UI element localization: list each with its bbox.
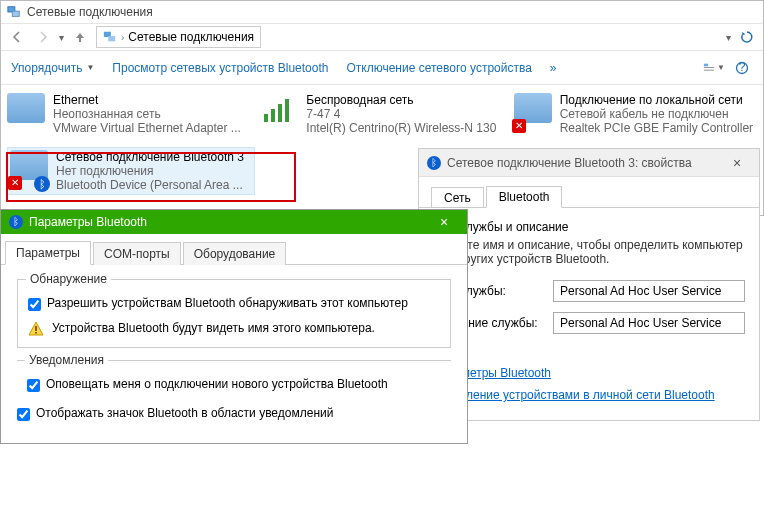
close-button[interactable]: ×: [429, 214, 459, 230]
checkbox-input[interactable]: [28, 298, 41, 311]
allow-discovery-checkbox[interactable]: Разрешить устройствам Bluetooth обнаружи…: [28, 296, 440, 311]
tab-bar: Параметры COM-порты Оборудование: [1, 234, 467, 265]
lan-icon: ✕: [514, 93, 552, 131]
connection-status: Нет подключения: [56, 164, 244, 178]
connection-title: Сетевое подключение Bluetooth 3: [56, 150, 244, 164]
warning-icon: [28, 321, 44, 337]
view-options-button[interactable]: ▼: [703, 57, 725, 79]
connection-adapter: Bluetooth Device (Personal Area ...: [56, 178, 244, 192]
command-bar: Упорядочить▼ Просмотр сетевых устройств …: [1, 51, 763, 85]
warning-text: Устройства Bluetooth будут видеть имя эт…: [52, 321, 375, 335]
bluetooth-badge-icon: ᛒ: [34, 176, 50, 192]
bluetooth-settings-dialog: ᛒ Параметры Bluetooth × Параметры COM-по…: [0, 209, 468, 444]
connection-wifi[interactable]: Беспроводная сеть 7-47 4 Intel(R) Centri…: [260, 93, 503, 135]
ethernet-icon: [7, 93, 45, 131]
connection-bluetooth[interactable]: ✕ᛒ Сетевое подключение Bluetooth 3 Нет п…: [7, 147, 255, 195]
view-bt-devices[interactable]: Просмотр сетевых устройств Bluetooth: [112, 61, 328, 75]
bluetooth-connection-icon: ✕ᛒ: [10, 150, 48, 188]
svg-rect-11: [278, 104, 282, 122]
breadcrumb-label[interactable]: Сетевые подключения: [128, 30, 254, 44]
section-description: Введите имя и описание, чтобы определить…: [433, 238, 745, 266]
history-dropdown[interactable]: ▾: [59, 32, 64, 43]
connection-adapter: VMware Virtual Ethernet Adapter ...: [53, 121, 241, 135]
group-title: Обнаружение: [26, 272, 111, 286]
tab-bar: Сеть Bluetooth: [419, 177, 759, 208]
connection-status: Сетевой кабель не подключен: [560, 107, 753, 121]
dialog-title: Параметры Bluetooth: [29, 215, 147, 229]
connection-adapter: Realtek PCIe GBE Family Controller: [560, 121, 753, 135]
connection-adapter: Intel(R) Centrino(R) Wireless-N 130: [306, 121, 496, 135]
connection-title: Подключение по локальной сети: [560, 93, 753, 107]
show-icon-checkbox[interactable]: Отображать значок Bluetooth в области ув…: [17, 406, 451, 421]
dialog-titlebar[interactable]: ᛒ Параметры Bluetooth ×: [1, 210, 467, 234]
tab-network[interactable]: Сеть: [431, 187, 484, 208]
connection-title: Ethernet: [53, 93, 241, 107]
tab-hardware[interactable]: Оборудование: [183, 242, 287, 265]
svg-rect-6: [704, 69, 714, 70]
svg-rect-5: [704, 67, 714, 68]
discovery-group: Обнаружение Разрешить устройствам Blueto…: [17, 279, 451, 348]
bluetooth-icon: ᛒ: [427, 156, 441, 170]
svg-rect-13: [35, 326, 37, 331]
up-button[interactable]: [70, 27, 90, 47]
service-desc-input[interactable]: [553, 312, 745, 334]
svg-rect-12: [285, 99, 289, 122]
network-connections-icon: [7, 5, 21, 19]
window-title: Сетевые подключения: [27, 5, 153, 19]
back-button[interactable]: [7, 27, 27, 47]
pan-devices-link[interactable]: Управление устройствами в личной сети Bl…: [433, 388, 715, 402]
bluetooth-icon: ᛒ: [9, 215, 23, 229]
service-name-input[interactable]: [553, 280, 745, 302]
svg-rect-14: [35, 332, 37, 334]
close-button[interactable]: ×: [723, 155, 751, 171]
organize-menu[interactable]: Упорядочить▼: [11, 61, 94, 75]
disable-device[interactable]: Отключение сетевого устройства: [346, 61, 531, 75]
dialog-titlebar[interactable]: ᛒ Сетевое подключение Bluetooth 3: свойс…: [419, 149, 759, 177]
error-badge-icon: ✕: [512, 119, 526, 133]
checkbox-input[interactable]: [17, 408, 30, 421]
connection-title: Беспроводная сеть: [306, 93, 496, 107]
tab-bluetooth[interactable]: Bluetooth: [486, 186, 563, 208]
breadcrumb[interactable]: › Сетевые подключения: [96, 26, 261, 48]
dialog-title: Сетевое подключение Bluetooth 3: свойств…: [447, 156, 692, 170]
notify-checkbox[interactable]: Оповещать меня о подключении нового устр…: [27, 377, 441, 392]
svg-rect-1: [12, 11, 19, 16]
group-title: Уведомления: [25, 353, 108, 367]
wifi-icon: [260, 93, 298, 131]
network-connections-icon: [103, 30, 117, 44]
connection-properties-dialog: ᛒ Сетевое подключение Bluetooth 3: свойс…: [418, 148, 760, 421]
help-button[interactable]: ?: [731, 57, 753, 79]
svg-rect-9: [264, 114, 268, 122]
checkbox-input[interactable]: [27, 379, 40, 392]
more-commands[interactable]: »: [550, 61, 557, 75]
svg-rect-3: [108, 36, 115, 41]
section-title: Имя службы и описание: [433, 220, 745, 234]
svg-text:?: ?: [739, 61, 746, 74]
svg-rect-4: [704, 63, 708, 66]
titlebar: Сетевые подключения: [1, 1, 763, 23]
connection-ethernet[interactable]: Ethernet Неопознанная сеть VMware Virtua…: [7, 93, 250, 135]
notifications-group: Уведомления Оповещать меня о подключении…: [17, 360, 451, 392]
refresh-button[interactable]: [737, 27, 757, 47]
chevron-right-icon: ›: [121, 32, 124, 43]
error-badge-icon: ✕: [8, 176, 22, 190]
forward-button[interactable]: [33, 27, 53, 47]
connection-status: Неопознанная сеть: [53, 107, 241, 121]
tab-com-ports[interactable]: COM-порты: [93, 242, 181, 265]
address-chevron[interactable]: ▾: [726, 32, 731, 43]
address-bar: ▾ › Сетевые подключения ▾: [1, 23, 763, 51]
connection-lan[interactable]: ✕ Подключение по локальной сети Сетевой …: [514, 93, 757, 135]
connection-status: 7-47 4: [306, 107, 496, 121]
tab-params[interactable]: Параметры: [5, 241, 91, 265]
svg-rect-10: [271, 109, 275, 122]
